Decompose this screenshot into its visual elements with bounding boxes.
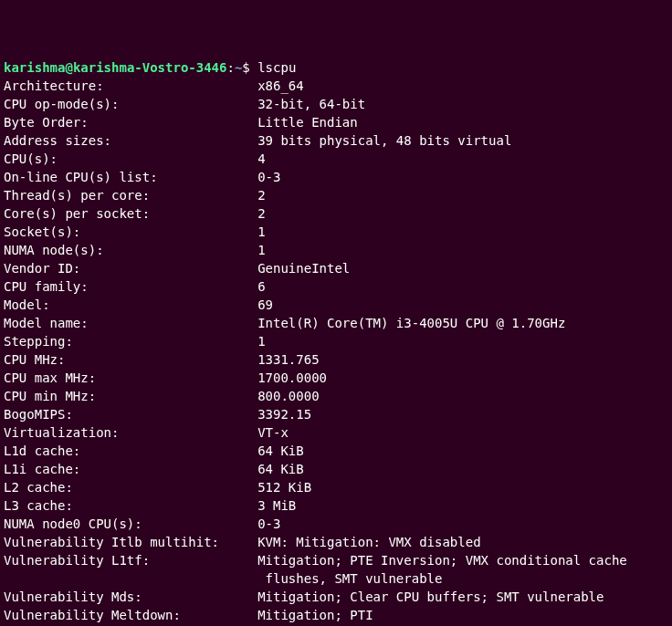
prompt-line: karishma@karishma-Vostro-3446:~$ lscpu: [4, 58, 672, 77]
field-value: Mitigation; Clear CPU buffers; SMT vulne…: [257, 589, 604, 604]
field-label: Core(s) per socket:: [4, 204, 257, 223]
output-line: NUMA node0 CPU(s): 0-3: [4, 515, 672, 533]
output-line: CPU op-mode(s): 32-bit, 64-bit: [4, 95, 672, 113]
field-value: 4: [257, 151, 265, 166]
field-label: Thread(s) per core:: [4, 186, 257, 204]
output-line: Model: 69: [4, 296, 672, 314]
field-value: x86_64: [257, 78, 304, 93]
field-label: Socket(s):: [4, 223, 257, 241]
output-line: CPU min MHz: 800.0000: [4, 387, 672, 405]
prompt-at: @: [65, 60, 72, 75]
output-line: flushes, SMT vulnerable: [4, 569, 672, 588]
field-label: Model name:: [4, 314, 257, 332]
prompt-colon: :: [226, 60, 234, 75]
field-label: Address sizes:: [4, 131, 257, 150]
field-label: CPU op-mode(s):: [4, 95, 257, 113]
output-line: BogoMIPS: 3392.15: [4, 405, 672, 423]
field-label: L3 cache:: [4, 496, 257, 515]
field-value: 800.0000: [257, 389, 319, 403]
field-value: 3 MiB: [257, 498, 296, 513]
field-value: 1: [257, 224, 265, 239]
output-line: Byte Order: Little Endian: [4, 113, 672, 131]
prompt-user: karishma: [4, 60, 65, 75]
field-value: KVM: Mitigation: VMX disabled: [257, 535, 480, 549]
output-line: Virtualization: VT-x: [4, 423, 672, 442]
field-value: 512 KiB: [257, 480, 311, 495]
field-label: [4, 569, 257, 588]
field-label: NUMA node(s):: [4, 241, 257, 259]
field-label: L1d cache:: [4, 442, 257, 460]
field-label: Vulnerability Meltdown:: [4, 606, 257, 624]
field-label: Virtualization:: [4, 423, 257, 442]
output-line: Thread(s) per core: 2: [4, 186, 672, 204]
output-line: CPU(s): 4: [4, 150, 672, 168]
field-value: Mitigation; PTE Inversion; VMX condition…: [257, 553, 627, 568]
output-line: Core(s) per socket: 2: [4, 204, 672, 223]
output-line: On-line CPU(s) list: 0-3: [4, 168, 672, 186]
field-label: Vendor ID:: [4, 259, 257, 277]
terminal-output[interactable]: karishma@karishma-Vostro-3446:~$ lscpuAr…: [0, 55, 672, 626]
output-line: Socket(s): 1: [4, 223, 672, 241]
field-label: L1i cache:: [4, 460, 257, 478]
field-label: CPU min MHz:: [4, 387, 257, 405]
field-value: Mitigation; PTI: [257, 608, 373, 622]
field-value: 2: [257, 206, 265, 221]
output-line: L1i cache: 64 KiB: [4, 460, 672, 478]
output-line: L1d cache: 64 KiB: [4, 442, 672, 460]
field-value: 69: [257, 297, 273, 312]
field-label: Vulnerability Itlb multihit:: [4, 533, 257, 551]
output-line: Architecture: x86_64: [4, 77, 672, 95]
output-line: Vulnerability L1tf: Mitigation; PTE Inve…: [4, 551, 672, 569]
field-label: Stepping:: [4, 332, 257, 350]
field-value: GenuineIntel: [257, 261, 350, 276]
prompt-command: lscpu: [257, 60, 296, 75]
field-label: CPU(s):: [4, 150, 257, 168]
field-value: 0-3: [257, 170, 280, 184]
field-value: Little Endian: [257, 115, 358, 130]
field-value: VT-x: [257, 425, 289, 440]
field-label: Architecture:: [4, 77, 257, 95]
field-value: 6: [257, 279, 265, 294]
field-label: CPU max MHz:: [4, 369, 257, 387]
field-value: 0-3: [257, 516, 280, 531]
output-line: CPU MHz: 1331.765: [4, 350, 672, 369]
output-line: NUMA node(s): 1: [4, 241, 672, 259]
field-label: Vulnerability L1tf:: [4, 551, 257, 569]
output-line: L3 cache: 3 MiB: [4, 496, 672, 515]
field-value: 39 bits physical, 48 bits virtual: [257, 133, 511, 148]
field-value: 64 KiB: [257, 443, 304, 458]
field-label: NUMA node0 CPU(s):: [4, 515, 257, 533]
field-label: CPU MHz:: [4, 350, 257, 369]
field-value: flushes, SMT vulnerable: [257, 571, 442, 586]
output-line: Vulnerability Mds: Mitigation; Clear CPU…: [4, 588, 672, 606]
field-value: 1: [257, 334, 265, 349]
field-value: 1: [257, 243, 265, 257]
output-line: CPU max MHz: 1700.0000: [4, 369, 672, 387]
field-label: On-line CPU(s) list:: [4, 168, 257, 186]
field-value: 3392.15: [257, 407, 311, 422]
output-line: Vulnerability Meltdown: Mitigation; PTI: [4, 606, 672, 624]
output-line: Stepping: 1: [4, 332, 672, 350]
field-value: 1700.0000: [257, 370, 327, 385]
output-line: CPU family: 6: [4, 277, 672, 296]
field-value: 64 KiB: [257, 462, 304, 476]
output-line: Address sizes: 39 bits physical, 48 bits…: [4, 131, 672, 150]
field-value: Intel(R) Core(TM) i3-4005U CPU @ 1.70GHz: [257, 316, 565, 330]
prompt-dollar: $: [242, 60, 257, 75]
field-label: Vulnerability Mds:: [4, 588, 257, 606]
field-label: Model:: [4, 296, 257, 314]
field-value: 1331.765: [257, 352, 319, 367]
output-line: Vulnerability Itlb multihit: KVM: Mitiga…: [4, 533, 672, 551]
field-value: 2: [257, 188, 265, 203]
prompt-host: karishma-Vostro-3446: [73, 60, 227, 75]
output-line: Model name: Intel(R) Core(TM) i3-4005U C…: [4, 314, 672, 332]
field-label: BogoMIPS:: [4, 405, 257, 423]
field-label: L2 cache:: [4, 478, 257, 496]
field-value: 32-bit, 64-bit: [257, 97, 365, 111]
output-line: L2 cache: 512 KiB: [4, 478, 672, 496]
output-line: Vendor ID: GenuineIntel: [4, 259, 672, 277]
field-label: Byte Order:: [4, 113, 257, 131]
field-label: CPU family:: [4, 277, 257, 296]
